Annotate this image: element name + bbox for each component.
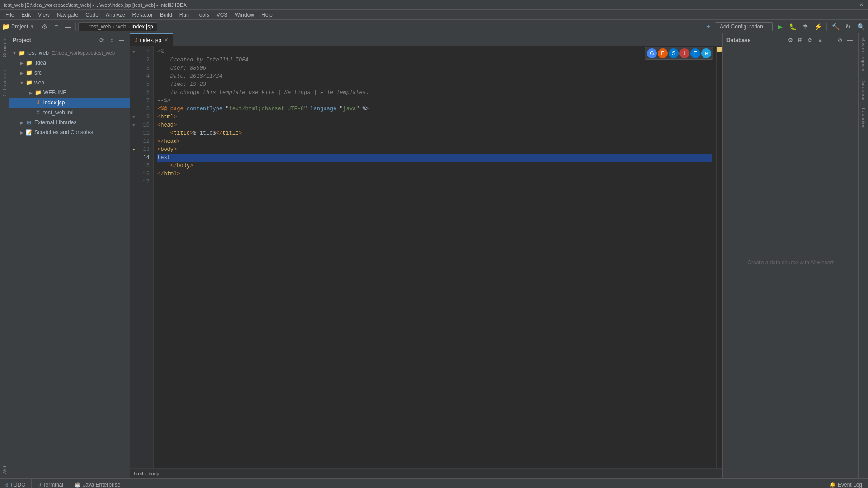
gutter-2 [130,56,137,64]
tree-item-scratches[interactable]: ▶ 📝 Scratches and Consoles [9,127,130,137]
breadcrumb-html[interactable]: html [134,471,143,476]
breadcrumb-file[interactable]: index.jsp [132,23,153,30]
maximize-button[interactable]: □ [850,2,856,8]
database-side-tab[interactable]: Database [859,75,868,104]
tree-item-indexjsp[interactable]: J index.jsp [9,98,130,108]
hide-btn[interactable]: — [117,36,126,45]
tab-indexjsp[interactable]: J index.jsp ✕ [130,33,173,46]
menu-edit[interactable]: Edit [18,11,34,19]
structure-tab[interactable]: Structure [1,35,8,59]
code-area[interactable]: <%-- - Created by IntelliJ IDEA. User: 8… [154,46,716,468]
maven-projects-tab[interactable]: Maven Projects [859,33,868,75]
menu-code[interactable]: Code [82,11,102,19]
database-panel: Database ⚙ ⊞ ⟳ ≡ + ⊘ — Create a data sou… [722,33,858,478]
gutter-4 [130,72,137,80]
favorites-tab[interactable]: 2: Favorites [1,68,8,98]
db-add-btn[interactable]: + [826,36,835,45]
menu-window[interactable]: Window [231,11,258,19]
gutter-9: ▼ [130,113,137,121]
db-settings-btn[interactable]: ⚙ [786,36,795,45]
tree-item-webinf[interactable]: ▶ 📁 WEB-INF [9,88,130,98]
sync-btn[interactable]: ⟳ [97,36,106,45]
linenum-12: 12 [137,137,153,145]
edge-icon[interactable]: E [690,48,700,58]
code-line-4: Date: 2018/11/24 [157,72,712,80]
iml-arrow [27,109,34,116]
firefox-icon[interactable]: F [658,48,668,58]
todo-tab[interactable]: 6 TODO [0,479,32,488]
menu-help[interactable]: Help [258,11,276,19]
db-sync-btn[interactable]: ⟳ [806,36,815,45]
chrome-icon[interactable]: G [647,48,657,58]
java-enterprise-icon: ☕ [75,482,81,488]
linenum-2: 2 [137,56,153,64]
collapse-btn[interactable]: — [62,21,73,32]
menu-run[interactable]: Run [176,11,193,19]
terminal-tab[interactable]: ⊡ Terminal [32,479,69,488]
linenum-4: 4 [137,72,153,80]
src-label: src [34,70,42,76]
favorites-side-tab[interactable]: Favorites [859,104,868,132]
breadcrumb-web[interactable]: web [116,23,126,30]
breadcrumb-root[interactable]: test_web [89,23,111,30]
event-log-tab[interactable]: 🔔 Event Log [824,479,868,488]
todo-num: 6 [5,482,8,488]
db-hide-btn[interactable]: — [845,36,854,45]
close-button[interactable]: ✕ [858,2,864,8]
sort-btn[interactable]: ≡ [51,21,61,32]
minimize-button[interactable]: ─ [842,2,848,8]
tree-item-src[interactable]: ▶ 📁 src [9,68,130,78]
menu-file[interactable]: File [2,11,18,19]
breadcrumb-body[interactable]: body [148,471,159,476]
settings-btn[interactable]: ⚙ [39,21,50,32]
menu-tools[interactable]: Tools [193,11,213,19]
indexjsp-arrow [27,99,34,106]
safari-icon[interactable]: S [669,48,679,58]
menu-view[interactable]: View [34,11,53,19]
gutter-15 [130,162,137,170]
more-run-btn[interactable]: ⚡ [812,21,823,32]
java-enterprise-tab[interactable]: ☕ Java Enterprise [69,479,126,488]
linenum-15: 15 [137,162,153,170]
code-line-8: <%@ page contentType="text/html;charset=… [157,105,712,113]
menu-build[interactable]: Build [156,11,176,19]
iml-icon: X [34,109,42,116]
tree-item-extlib[interactable]: ▶ ⊞ External Libraries [9,117,130,127]
menu-vcs[interactable]: VCS [213,11,231,19]
project-tree: ▼ 📁 test_web E:\idea_workspace\test_web … [9,47,130,478]
event-log-label: Event Log [838,482,862,488]
tree-item-web[interactable]: ▼ 📁 web [9,78,130,88]
linenum-11: 11 [137,129,153,137]
coverage-btn[interactable]: ☂ [800,21,811,32]
search-everywhere-btn[interactable]: 🔍 [855,21,866,32]
root-folder-icon: 📁 [18,49,25,56]
browser-bar: G F S I E e [645,47,713,60]
add-configuration-button[interactable]: Add Configuration... [715,22,773,31]
menu-refactor[interactable]: Refactor [129,11,156,19]
db-schema-btn[interactable]: ≡ [816,36,825,45]
menu-navigate[interactable]: Navigate [53,11,82,19]
ie-old-icon[interactable]: e [701,48,711,58]
menu-analyze[interactable]: Analyze [102,11,129,19]
linenum-16: 16 [137,170,153,178]
project-label[interactable]: Project [11,23,28,30]
web-tab[interactable]: Web [1,463,8,476]
code-line-13: <body> [157,145,712,154]
project-dropdown-icon[interactable]: ▼ [30,24,34,29]
tree-item-iml[interactable]: X test_web.iml [9,108,130,117]
tab-close-btn[interactable]: ✕ [164,37,168,43]
error-indicator[interactable] [717,47,722,52]
run-btn[interactable]: ▶ [774,21,785,32]
tree-item-idea[interactable]: ▶ 📁 .idea [9,58,130,68]
db-layout-btn[interactable]: ⊞ [796,36,805,45]
event-log-icon: 🔔 [830,482,836,488]
db-filter-btn[interactable]: ⊘ [835,36,844,45]
debug-btn[interactable]: 🐛 [787,21,798,32]
tree-item-root[interactable]: ▼ 📁 test_web E:\idea_workspace\test_web [9,48,130,58]
build-btn[interactable]: 🔨 [830,21,841,32]
gutter-11 [130,129,137,137]
update-btn[interactable]: ↻ [843,21,854,32]
menu-bar: File Edit View Navigate Code Analyze Ref… [0,10,868,20]
ie-icon[interactable]: I [679,48,689,58]
collapse-all-btn[interactable]: ↕ [107,36,116,45]
